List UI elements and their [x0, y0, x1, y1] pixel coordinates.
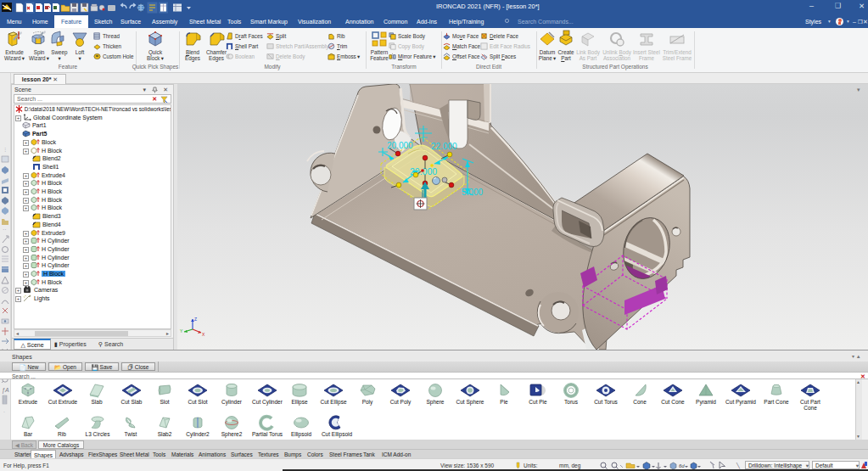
svg-text:Z: Z — [194, 317, 197, 322]
svg-text:20.000: 20.000 — [387, 141, 413, 150]
svg-text:‧: ‧ — [3, 409, 5, 414]
svg-text:X: X — [202, 332, 205, 337]
svg-text:5.000: 5.000 — [462, 188, 483, 197]
svg-text:··: ·· — [3, 227, 7, 233]
svg-text:22.000: 22.000 — [431, 142, 457, 151]
svg-text:▾: ▾ — [857, 87, 860, 93]
svg-text:⋮: ⋮ — [3, 147, 8, 152]
svg-text:ƒA: ƒA — [2, 387, 9, 394]
svg-text:Y: Y — [180, 328, 183, 334]
svg-text:6d: 6d — [679, 463, 685, 468]
